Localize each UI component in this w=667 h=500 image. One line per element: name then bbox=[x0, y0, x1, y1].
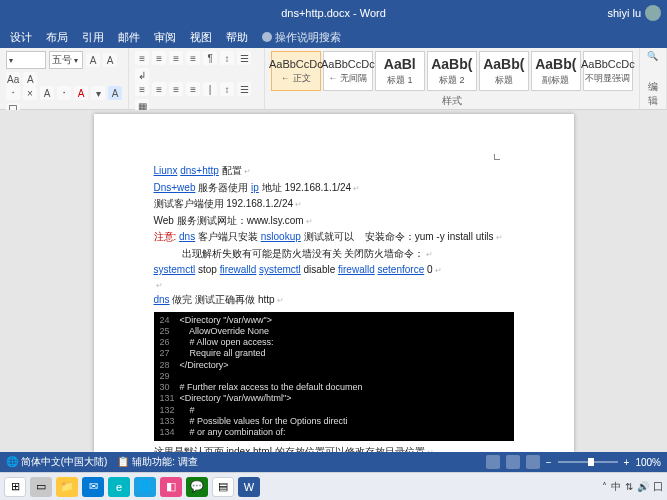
lightbulb-icon bbox=[262, 32, 272, 42]
styles-group-label: 样式 bbox=[271, 93, 633, 108]
status-language[interactable]: 🌐 简体中文(中国大陆) bbox=[6, 455, 107, 469]
ribbon-group-font: ▾ 五号▾ A A Aa A ・ × A ・ A ▾ A 囗 字体 bbox=[0, 48, 129, 109]
multilevel-button[interactable]: ≡ bbox=[169, 51, 183, 65]
dot-button[interactable]: ・ bbox=[57, 86, 71, 100]
doc-line: systemctl stop firewalld systemctl disab… bbox=[154, 263, 514, 278]
style-subtitle[interactable]: AaBb(副标题 bbox=[531, 51, 581, 91]
vscode-icon[interactable]: ▤ bbox=[212, 477, 234, 497]
style-heading2[interactable]: AaBb(标题 2 bbox=[427, 51, 477, 91]
doc-line: Web 服务测试网址：www.lsy.com↵ bbox=[154, 214, 514, 229]
view-read-icon[interactable] bbox=[486, 455, 500, 469]
tray-extra-icon[interactable]: 囗 bbox=[653, 480, 663, 494]
ribbon-group-paragraph: ≡ ≡ ≡ ≡ ¶ ↕ ☰ ↲ ≡ ≡ ≡ ≡ | ↕ ☰ ▦ 段落 bbox=[129, 48, 265, 109]
shrink-font-button[interactable]: A bbox=[103, 53, 117, 67]
user-name: shiyi lu bbox=[607, 7, 641, 19]
align-left-button[interactable]: ≡ bbox=[135, 82, 149, 96]
ribbon-tabs: 设计 布局 引用 邮件 审阅 视图 帮助 操作说明搜索 bbox=[0, 26, 667, 48]
taskview-icon[interactable]: ▭ bbox=[30, 477, 52, 497]
edge-icon[interactable]: 🌐 bbox=[134, 477, 156, 497]
doc-line: Dns+web 服务器使用 ip 地址 192.168.1.1/24↵ bbox=[154, 181, 514, 196]
style-title[interactable]: AaBb(标题 bbox=[479, 51, 529, 91]
doc-line: 注意: dns 客户端只安装 nslookup 测试就可以 安装命令：yum -… bbox=[154, 230, 514, 245]
ribbon-group-styles: AaBbCcDc← 正文 AaBbCcDc← 无间隔 AaBl标题 1 AaBb… bbox=[265, 48, 640, 109]
browser-icon[interactable]: e bbox=[108, 477, 130, 497]
app-icon[interactable]: ◧ bbox=[160, 477, 182, 497]
font-color-a-button[interactable]: A bbox=[40, 86, 54, 100]
grow-font-button[interactable]: A bbox=[86, 53, 100, 67]
title-bar: dns+http.docx - Word shiyi lu bbox=[0, 0, 667, 26]
tab-view[interactable]: 视图 bbox=[190, 30, 212, 45]
doc-line: Liunx dns+http 配置↵ bbox=[154, 164, 514, 179]
style-heading1[interactable]: AaBl标题 1 bbox=[375, 51, 425, 91]
style-nospacing[interactable]: AaBbCcDc← 无间隔 bbox=[323, 51, 373, 91]
user-avatar-icon[interactable] bbox=[645, 5, 661, 21]
decrease-indent-button[interactable]: ≡ bbox=[186, 51, 200, 65]
doc-line: dns 做完 测试正确再做 http↵ bbox=[154, 293, 514, 308]
tell-me-label: 操作说明搜索 bbox=[275, 30, 341, 45]
code-block-1: 24<Directory "/var/www"> 25 AllowOverrid… bbox=[154, 312, 514, 442]
tab-design[interactable]: 设计 bbox=[10, 30, 32, 45]
view-print-icon[interactable] bbox=[506, 455, 520, 469]
ribbon: ▾ 五号▾ A A Aa A ・ × A ・ A ▾ A 囗 字体 ≡ ≡ ≡ … bbox=[0, 48, 667, 110]
ribbon-group-edit: 🔍 编辑 bbox=[640, 48, 667, 109]
justify-button[interactable]: ≡ bbox=[186, 82, 200, 96]
user-area[interactable]: shiyi lu bbox=[607, 5, 661, 21]
font-name-dropdown[interactable]: ▾ bbox=[6, 51, 46, 69]
sort-button[interactable]: ↕ bbox=[220, 51, 234, 65]
clear-format-button[interactable]: A bbox=[23, 72, 37, 86]
shading-button[interactable]: ↕ bbox=[220, 82, 234, 96]
tray-expand-icon[interactable]: ˄ bbox=[602, 481, 607, 492]
zoom-thumb[interactable] bbox=[588, 458, 594, 466]
font-color-dd-button[interactable]: ▾ bbox=[91, 86, 105, 100]
line-spacing-button[interactable]: | bbox=[203, 82, 217, 96]
font-size-dropdown[interactable]: 五号▾ bbox=[49, 51, 83, 69]
style-normal[interactable]: AaBbCcDc← 正文 bbox=[271, 51, 321, 91]
page-corner-mark bbox=[494, 154, 500, 160]
doc-line: 这里是默认页面 index.html 的存放位置可以修改存放目录位置↵ bbox=[154, 445, 514, 452]
align-right-button[interactable]: ≡ bbox=[169, 82, 183, 96]
tray-sound-icon[interactable]: 🔊 bbox=[637, 481, 649, 492]
align-center-button[interactable]: ≡ bbox=[152, 82, 166, 96]
tab-layout[interactable]: 布局 bbox=[46, 30, 68, 45]
borders-button[interactable]: ☰ bbox=[237, 82, 251, 96]
showmarks-button[interactable]: ☰ bbox=[237, 51, 251, 65]
tab-mailings[interactable]: 邮件 bbox=[118, 30, 140, 45]
status-accessibility[interactable]: 📋 辅助功能: 调查 bbox=[117, 455, 197, 469]
sub-button[interactable]: × bbox=[23, 86, 37, 100]
change-case-button[interactable]: Aa bbox=[6, 72, 20, 86]
style-gallery[interactable]: AaBbCcDc← 正文 AaBbCcDc← 无间隔 AaBl标题 1 AaBb… bbox=[271, 51, 633, 91]
tell-me-search[interactable]: 操作说明搜索 bbox=[262, 30, 341, 45]
view-web-icon[interactable] bbox=[526, 455, 540, 469]
zoom-in-button[interactable]: + bbox=[624, 457, 630, 468]
window-title: dns+http.docx - Word bbox=[281, 7, 386, 19]
document-area[interactable]: Liunx dns+http 配置↵ Dns+web 服务器使用 ip 地址 1… bbox=[0, 110, 667, 452]
zoom-out-button[interactable]: − bbox=[546, 457, 552, 468]
bullet-button[interactable]: ・ bbox=[6, 86, 20, 100]
style-subtle-emph[interactable]: AaBbCcDc不明显强调 bbox=[583, 51, 633, 91]
wechat-icon[interactable]: 💬 bbox=[186, 477, 208, 497]
numbering-button[interactable]: ≡ bbox=[152, 51, 166, 65]
highlight-button[interactable]: A bbox=[108, 86, 122, 100]
document-page[interactable]: Liunx dns+http 配置↵ Dns+web 服务器使用 ip 地址 1… bbox=[94, 114, 574, 452]
taskbar: ⊞ ▭ 📁 ✉ e 🌐 ◧ 💬 ▤ W ˄ 中 ⇅ 🔊 囗 bbox=[0, 472, 667, 500]
zoom-slider[interactable] bbox=[558, 461, 618, 463]
tab-references[interactable]: 引用 bbox=[82, 30, 104, 45]
explorer-icon[interactable]: 📁 bbox=[56, 477, 78, 497]
system-tray: ˄ 中 ⇅ 🔊 囗 bbox=[602, 480, 663, 494]
increase-indent-button[interactable]: ¶ bbox=[203, 51, 217, 65]
start-button[interactable]: ⊞ bbox=[4, 477, 26, 497]
para-mark-button[interactable]: ↲ bbox=[135, 68, 149, 82]
doc-line: 出现解析失败有可能是防火墙没有关 关闭防火墙命令：↵ bbox=[154, 247, 514, 262]
tab-help[interactable]: 帮助 bbox=[226, 30, 248, 45]
bullets-button[interactable]: ≡ bbox=[135, 51, 149, 65]
tray-ime[interactable]: 中 bbox=[611, 480, 621, 494]
tab-review[interactable]: 审阅 bbox=[154, 30, 176, 45]
status-bar: 🌐 简体中文(中国大陆) 📋 辅助功能: 调查 − + 100% bbox=[0, 452, 667, 472]
word-icon[interactable]: W bbox=[238, 477, 260, 497]
edit-group-label: 编辑 bbox=[646, 79, 660, 108]
doc-line: 测试客户端使用 192.168.1.2/24↵ bbox=[154, 197, 514, 212]
font-color-button[interactable]: A bbox=[74, 86, 88, 100]
mail-icon[interactable]: ✉ bbox=[82, 477, 104, 497]
tray-network-icon[interactable]: ⇅ bbox=[625, 481, 633, 492]
zoom-value[interactable]: 100% bbox=[635, 457, 661, 468]
